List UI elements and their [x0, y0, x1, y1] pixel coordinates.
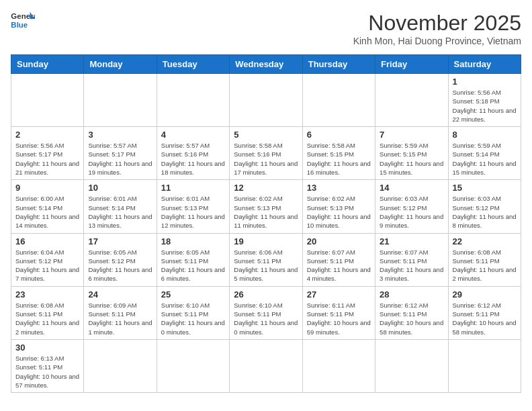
table-row: 14Sunrise: 6:03 AM Sunset: 5:12 PM Dayli…: [375, 180, 448, 233]
table-row: 13Sunrise: 6:02 AM Sunset: 5:13 PM Dayli…: [302, 180, 375, 233]
day-number: 25: [161, 289, 225, 300]
svg-text:Blue: Blue: [11, 21, 28, 29]
calendar-row: 30Sunrise: 6:13 AM Sunset: 5:11 PM Dayli…: [11, 339, 521, 392]
day-info: Sunrise: 6:05 AM Sunset: 5:12 PM Dayligh…: [88, 248, 152, 283]
day-number: 20: [307, 236, 371, 246]
calendar-row: 23Sunrise: 6:08 AM Sunset: 5:11 PM Dayli…: [11, 286, 521, 339]
table-row: 4Sunrise: 5:57 AM Sunset: 5:16 PM Daylig…: [157, 127, 229, 180]
table-row: 18Sunrise: 6:05 AM Sunset: 5:11 PM Dayli…: [157, 233, 229, 286]
table-row: 17Sunrise: 6:05 AM Sunset: 5:12 PM Dayli…: [84, 233, 157, 286]
day-number: 3: [88, 130, 152, 140]
table-row: 28Sunrise: 6:12 AM Sunset: 5:11 PM Dayli…: [375, 286, 448, 339]
table-row: 7Sunrise: 5:59 AM Sunset: 5:15 PM Daylig…: [375, 127, 448, 180]
header-saturday: Saturday: [448, 55, 521, 74]
table-row: 3Sunrise: 5:57 AM Sunset: 5:17 PM Daylig…: [84, 127, 157, 180]
calendar-table: Sunday Monday Tuesday Wednesday Thursday…: [11, 54, 521, 393]
calendar-row: 9Sunrise: 6:00 AM Sunset: 5:14 PM Daylig…: [11, 180, 521, 233]
table-row: [157, 74, 229, 127]
calendar-row: 16Sunrise: 6:04 AM Sunset: 5:12 PM Dayli…: [11, 233, 521, 286]
table-row: 9Sunrise: 6:00 AM Sunset: 5:14 PM Daylig…: [11, 180, 84, 233]
day-number: 29: [453, 289, 517, 300]
day-info: Sunrise: 6:03 AM Sunset: 5:12 PM Dayligh…: [380, 194, 443, 230]
day-info: Sunrise: 5:56 AM Sunset: 5:17 PM Dayligh…: [15, 141, 79, 177]
month-title: November 2025: [353, 11, 521, 36]
day-number: 6: [307, 130, 371, 140]
day-number: 9: [15, 183, 79, 193]
table-row: 19Sunrise: 6:06 AM Sunset: 5:11 PM Dayli…: [230, 233, 302, 286]
weekday-header-row: Sunday Monday Tuesday Wednesday Thursday…: [11, 55, 521, 74]
day-info: Sunrise: 5:58 AM Sunset: 5:16 PM Dayligh…: [234, 141, 298, 177]
table-row: [157, 339, 229, 392]
table-row: [84, 74, 157, 127]
day-number: 22: [453, 236, 517, 246]
day-number: 26: [234, 289, 298, 300]
day-number: 18: [161, 236, 225, 246]
day-info: Sunrise: 6:08 AM Sunset: 5:11 PM Dayligh…: [15, 301, 79, 336]
day-info: Sunrise: 6:03 AM Sunset: 5:12 PM Dayligh…: [453, 194, 517, 230]
table-row: 27Sunrise: 6:11 AM Sunset: 5:11 PM Dayli…: [302, 286, 375, 339]
day-number: 27: [307, 289, 371, 300]
table-row: [375, 339, 448, 392]
day-info: Sunrise: 6:01 AM Sunset: 5:13 PM Dayligh…: [161, 194, 225, 230]
day-info: Sunrise: 6:05 AM Sunset: 5:11 PM Dayligh…: [161, 248, 225, 283]
table-row: 16Sunrise: 6:04 AM Sunset: 5:12 PM Dayli…: [11, 233, 84, 286]
header-wednesday: Wednesday: [230, 55, 302, 74]
day-number: 21: [380, 236, 443, 246]
day-number: 12: [234, 183, 298, 193]
table-row: 22Sunrise: 6:08 AM Sunset: 5:11 PM Dayli…: [448, 233, 521, 286]
table-row: 26Sunrise: 6:10 AM Sunset: 5:11 PM Dayli…: [230, 286, 302, 339]
day-info: Sunrise: 5:59 AM Sunset: 5:15 PM Dayligh…: [380, 141, 443, 177]
table-row: 6Sunrise: 5:58 AM Sunset: 5:15 PM Daylig…: [302, 127, 375, 180]
day-info: Sunrise: 6:12 AM Sunset: 5:11 PM Dayligh…: [453, 301, 517, 336]
day-number: 2: [15, 130, 79, 140]
day-info: Sunrise: 5:58 AM Sunset: 5:15 PM Dayligh…: [307, 141, 371, 177]
day-info: Sunrise: 6:10 AM Sunset: 5:11 PM Dayligh…: [161, 301, 225, 336]
table-row: [448, 339, 521, 392]
day-number: 17: [88, 236, 152, 246]
table-row: 1Sunrise: 5:56 AM Sunset: 5:18 PM Daylig…: [448, 74, 521, 127]
table-row: [230, 74, 302, 127]
table-row: 8Sunrise: 5:59 AM Sunset: 5:14 PM Daylig…: [448, 127, 521, 180]
table-row: 15Sunrise: 6:03 AM Sunset: 5:12 PM Dayli…: [448, 180, 521, 233]
table-row: 10Sunrise: 6:01 AM Sunset: 5:14 PM Dayli…: [84, 180, 157, 233]
header-sunday: Sunday: [11, 55, 84, 74]
table-row: 23Sunrise: 6:08 AM Sunset: 5:11 PM Dayli…: [11, 286, 84, 339]
day-number: 16: [15, 236, 79, 246]
day-info: Sunrise: 6:06 AM Sunset: 5:11 PM Dayligh…: [234, 248, 298, 283]
table-row: 11Sunrise: 6:01 AM Sunset: 5:13 PM Dayli…: [157, 180, 229, 233]
day-info: Sunrise: 6:11 AM Sunset: 5:11 PM Dayligh…: [307, 301, 371, 336]
day-number: 23: [15, 289, 79, 300]
day-number: 14: [380, 183, 443, 193]
table-row: 30Sunrise: 6:13 AM Sunset: 5:11 PM Dayli…: [11, 339, 84, 392]
table-row: 5Sunrise: 5:58 AM Sunset: 5:16 PM Daylig…: [230, 127, 302, 180]
day-info: Sunrise: 5:59 AM Sunset: 5:14 PM Dayligh…: [453, 141, 517, 177]
day-info: Sunrise: 6:07 AM Sunset: 5:11 PM Dayligh…: [380, 248, 443, 283]
day-number: 1: [453, 77, 517, 87]
header-tuesday: Tuesday: [157, 55, 229, 74]
day-number: 11: [161, 183, 225, 193]
header-friday: Friday: [375, 55, 448, 74]
location-title: Kinh Mon, Hai Duong Province, Vietnam: [353, 36, 521, 46]
day-info: Sunrise: 6:02 AM Sunset: 5:13 PM Dayligh…: [234, 194, 298, 230]
day-number: 4: [161, 130, 225, 140]
day-number: 24: [88, 289, 152, 300]
day-number: 5: [234, 130, 298, 140]
day-info: Sunrise: 6:12 AM Sunset: 5:11 PM Dayligh…: [380, 301, 443, 336]
logo-icon: General Blue: [11, 11, 35, 31]
day-info: Sunrise: 6:00 AM Sunset: 5:14 PM Dayligh…: [15, 194, 79, 230]
table-row: 25Sunrise: 6:10 AM Sunset: 5:11 PM Dayli…: [157, 286, 229, 339]
table-row: [302, 339, 375, 392]
day-info: Sunrise: 6:04 AM Sunset: 5:12 PM Dayligh…: [15, 248, 79, 283]
table-row: 2Sunrise: 5:56 AM Sunset: 5:17 PM Daylig…: [11, 127, 84, 180]
day-number: 19: [234, 236, 298, 246]
calendar-row: 2Sunrise: 5:56 AM Sunset: 5:17 PM Daylig…: [11, 127, 521, 180]
day-info: Sunrise: 5:57 AM Sunset: 5:16 PM Dayligh…: [161, 141, 225, 177]
table-row: 29Sunrise: 6:12 AM Sunset: 5:11 PM Dayli…: [448, 286, 521, 339]
day-number: 8: [453, 130, 517, 140]
day-info: Sunrise: 6:09 AM Sunset: 5:11 PM Dayligh…: [88, 301, 152, 336]
calendar-row: 1Sunrise: 5:56 AM Sunset: 5:18 PM Daylig…: [11, 74, 521, 127]
day-number: 30: [15, 342, 79, 353]
header-thursday: Thursday: [302, 55, 375, 74]
day-info: Sunrise: 5:56 AM Sunset: 5:18 PM Dayligh…: [453, 88, 517, 124]
day-info: Sunrise: 6:07 AM Sunset: 5:11 PM Dayligh…: [307, 248, 371, 283]
